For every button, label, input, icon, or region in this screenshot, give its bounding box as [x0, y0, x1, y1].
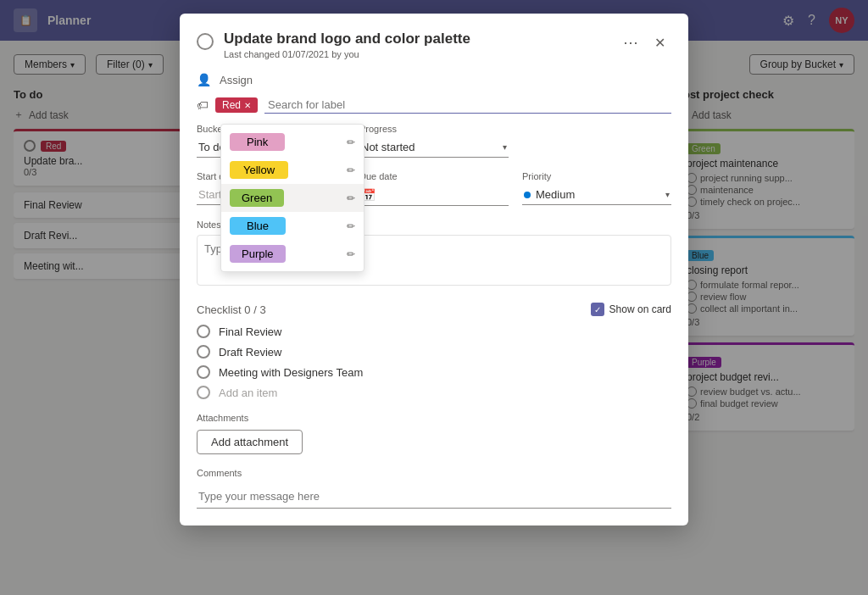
label-search-input[interactable]: [264, 97, 671, 114]
add-item-placeholder: Add an item: [219, 386, 277, 399]
priority-value: Medium: [536, 188, 575, 201]
priority-field: Priority Medium ▾: [522, 171, 671, 206]
label-option-yellow[interactable]: Yellow ✏: [221, 156, 364, 184]
label-remove-icon[interactable]: ✕: [244, 101, 251, 110]
checklist-label: Checklist 0 / 3: [197, 303, 266, 316]
attachments-label: Attachments: [197, 413, 671, 423]
close-modal-button[interactable]: ✕: [648, 31, 671, 54]
checklist-radio[interactable]: [197, 345, 210, 359]
attachments-section: Attachments Add attachment: [197, 413, 671, 454]
edit-icon[interactable]: ✏: [347, 136, 355, 148]
progress-label: Progress: [359, 124, 509, 134]
checklist-item: Final Review: [197, 325, 671, 338]
progress-field: Progress Not started ▾: [359, 124, 509, 158]
due-date-input[interactable]: 📅: [359, 185, 509, 206]
task-completion-circle[interactable]: [197, 33, 214, 50]
task-modal: Update brand logo and color palette Last…: [180, 14, 688, 525]
assign-button[interactable]: Assign: [220, 74, 253, 86]
checklist-item-text: Final Review: [219, 325, 281, 338]
chevron-down-icon: ▾: [665, 190, 670, 199]
label-option-green[interactable]: Green ✏: [221, 184, 364, 212]
add-checklist-item[interactable]: Add an item: [197, 386, 671, 399]
due-date-label: Due date: [359, 171, 509, 181]
chevron-down-icon: ▾: [503, 142, 507, 152]
checklist-section: Checklist 0 / 3 ✓ Show on card Final Rev…: [197, 303, 671, 399]
priority-dot: [524, 192, 531, 198]
priority-label: Priority: [522, 171, 671, 181]
label-option-blue[interactable]: Blue ✏: [221, 212, 364, 240]
edit-icon[interactable]: ✏: [347, 192, 355, 204]
label-option-pink[interactable]: Pink ✏: [221, 128, 364, 156]
edit-icon[interactable]: ✏: [347, 164, 355, 176]
checklist-radio[interactable]: [197, 365, 210, 379]
label-tag-red[interactable]: Red ✕: [215, 97, 258, 113]
comments-input[interactable]: [197, 485, 671, 509]
label-dropdown: Pink ✏ Yellow ✏ Green ✏ Blue ✏: [220, 124, 364, 272]
modal-subtitle: Last changed 01/07/2021 by you: [224, 49, 609, 59]
checklist-item-text: Draft Review: [219, 346, 281, 359]
labels-row: 🏷 Red ✕ Pink ✏ Yellow ✏: [197, 97, 671, 114]
show-on-card-label: Show on card: [609, 303, 671, 315]
due-date-field: Due date 📅: [359, 171, 509, 206]
more-options-button[interactable]: ⋯: [619, 31, 643, 54]
progress-select[interactable]: Not started ▾: [359, 137, 509, 158]
progress-value: Not started: [361, 141, 415, 153]
comments-section: Comments: [197, 468, 671, 509]
assign-row: 👤 Assign: [197, 73, 671, 86]
add-attachment-button[interactable]: Add attachment: [197, 430, 303, 454]
edit-icon[interactable]: ✏: [347, 248, 355, 260]
priority-select[interactable]: Medium ▾: [522, 185, 671, 205]
edit-icon[interactable]: ✏: [347, 220, 355, 232]
checklist-item: Meeting with Designers Team: [197, 365, 671, 379]
checklist-item: Draft Review: [197, 345, 671, 359]
checklist-item-text: Meeting with Designers Team: [219, 366, 363, 379]
modal-header: Update brand logo and color palette Last…: [180, 14, 688, 66]
person-icon: 👤: [197, 73, 211, 86]
label-option-purple[interactable]: Purple ✏: [221, 240, 364, 268]
modal-overlay[interactable]: Update brand logo and color palette Last…: [0, 0, 868, 595]
show-on-card-checkbox[interactable]: ✓: [591, 303, 604, 316]
modal-title: Update brand logo and color palette: [224, 31, 609, 47]
label-icon: 🏷: [197, 98, 209, 112]
modal-body: 👤 Assign 🏷 Red ✕ Pink ✏ Y: [180, 66, 688, 525]
comments-label: Comments: [197, 468, 671, 478]
checklist-radio[interactable]: [197, 325, 210, 338]
